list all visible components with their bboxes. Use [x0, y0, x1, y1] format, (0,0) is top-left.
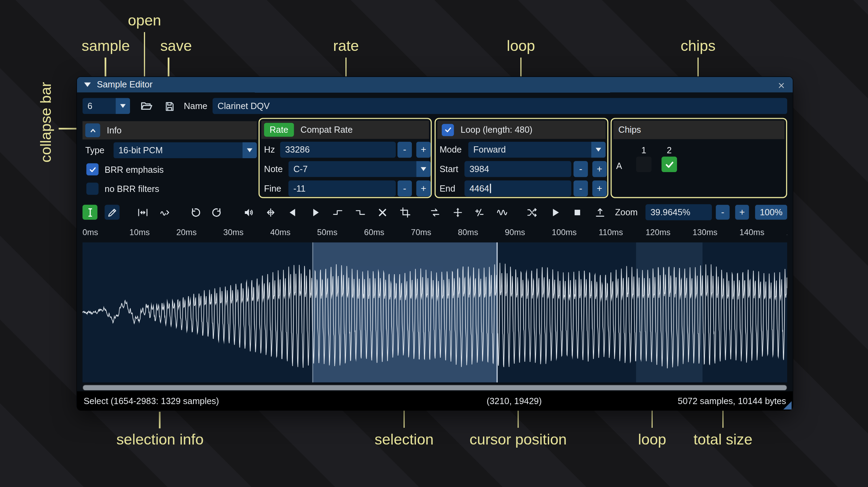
zoom-in-button[interactable]: +: [735, 205, 749, 220]
fine-plus-button[interactable]: +: [416, 180, 431, 196]
delete-button[interactable]: [375, 205, 390, 220]
annotation-cursor-position: cursor position: [469, 431, 567, 448]
delete-x-icon: [377, 207, 388, 218]
normalize-button[interactable]: [263, 205, 278, 220]
loop-end-plus-button[interactable]: +: [592, 180, 607, 196]
ruler-label: 140ms: [739, 227, 765, 237]
open-folder-icon: [140, 100, 153, 113]
rate-toggle-button[interactable]: Rate: [264, 123, 294, 137]
loop-end-minus-button[interactable]: -: [574, 180, 588, 196]
hz-field[interactable]: 33286: [280, 142, 396, 158]
no-brr-filters-checkbox[interactable]: [86, 183, 99, 195]
waveform-view[interactable]: [83, 242, 787, 382]
type-dropdown-button[interactable]: [243, 142, 257, 158]
selection-info-text: Select (1654-2983: 1329 samples): [84, 391, 219, 411]
loop-enable-checkbox[interactable]: [442, 124, 454, 136]
zoom-reset-button[interactable]: 100%: [755, 205, 787, 220]
scrollbar-thumb[interactable]: [83, 385, 786, 390]
type-label: Type: [85, 142, 105, 158]
annotation-collapse-bar: collapse bar: [38, 82, 55, 162]
name-input[interactable]: Clarinet DQV: [213, 98, 787, 114]
amplify-button[interactable]: [241, 205, 256, 220]
annotation-sample: sample: [82, 38, 130, 55]
redo-button[interactable]: [210, 205, 225, 220]
speaker-icon: [243, 207, 254, 218]
collapse-info-button[interactable]: [85, 123, 100, 137]
hz-plus-button[interactable]: +: [416, 142, 431, 158]
loop-start-field[interactable]: 3984: [464, 161, 571, 177]
reverse-button[interactable]: [427, 205, 442, 220]
info-panel: Info Type 16-bit PCM BRR emphasis no BRR…: [83, 121, 257, 197]
copy-to-wavetable-button[interactable]: [592, 205, 607, 220]
fade-out-button[interactable]: [308, 205, 323, 220]
zoom-field[interactable]: 39.9645%: [645, 204, 712, 220]
loop-start-minus-button[interactable]: -: [574, 161, 588, 177]
note-select[interactable]: C-7: [289, 161, 431, 177]
note-dropdown-button[interactable]: [416, 161, 431, 177]
stop-button[interactable]: [570, 205, 585, 220]
resample-button[interactable]: [157, 205, 172, 220]
chip-1-checkbox[interactable]: [636, 157, 651, 172]
chevron-down-icon: [596, 148, 601, 152]
annotation-line-total-size: [722, 411, 723, 428]
undo-button[interactable]: [187, 205, 202, 220]
annotation-selection: selection: [375, 431, 433, 448]
ruler-label: 20ms: [176, 227, 197, 237]
horizontal-scrollbar[interactable]: [83, 385, 787, 391]
text-cursor: [490, 184, 491, 193]
ruler-label: 130ms: [692, 227, 717, 237]
chevron-down-icon: [120, 104, 126, 108]
loop-end-field[interactable]: 4464: [464, 180, 571, 196]
loop-mode-dropdown-button[interactable]: [591, 142, 606, 158]
note-label: Note: [264, 161, 283, 177]
close-icon: [777, 81, 785, 90]
save-button[interactable]: [161, 98, 178, 115]
window-collapse-icon[interactable]: [84, 83, 91, 87]
resize-grip[interactable]: [783, 401, 792, 410]
name-label: Name: [184, 98, 207, 114]
annotation-chips: chips: [681, 38, 715, 55]
trim-button[interactable]: [398, 205, 413, 220]
fine-field[interactable]: -11: [289, 180, 396, 196]
brr-emphasis-checkbox[interactable]: [86, 163, 99, 176]
upload-icon: [594, 207, 605, 218]
insert-silence-button[interactable]: [330, 205, 345, 220]
info-header-label: Info: [107, 125, 122, 136]
annotation-line-cursor-position: [517, 411, 519, 428]
status-bar: Select (1654-2983: 1329 samples) (3210, …: [77, 391, 793, 411]
loop-end-label: End: [439, 180, 455, 196]
title-bar[interactable]: Sample Editor: [77, 77, 793, 92]
loop-mode-select[interactable]: Forward: [468, 142, 606, 158]
rate-header-label: Compat Rate: [300, 125, 353, 135]
zoom-out-button[interactable]: -: [716, 205, 730, 220]
resize-button[interactable]: [135, 205, 150, 220]
crossfade-button[interactable]: [524, 205, 539, 220]
open-button[interactable]: [138, 98, 155, 115]
window-title: Sample Editor: [97, 80, 153, 90]
chip-2-checkbox[interactable]: [661, 157, 677, 172]
chip-row-label: A: [616, 158, 622, 174]
annotated-screenshot: open sample save rate loop chips collaps…: [0, 0, 868, 487]
close-button[interactable]: [775, 79, 787, 91]
loop-start-plus-button[interactable]: +: [592, 161, 607, 177]
draw-tool-button[interactable]: [105, 205, 120, 220]
filter-button[interactable]: [494, 205, 509, 220]
hz-minus-button[interactable]: -: [398, 142, 412, 158]
fine-minus-button[interactable]: -: [398, 180, 412, 196]
ruler-label: 10ms: [129, 227, 149, 237]
sample-number-select[interactable]: 6: [83, 98, 130, 114]
sample-number-dropdown-button[interactable]: [116, 98, 130, 114]
waveform-canvas[interactable]: [83, 242, 787, 382]
fade-in-button[interactable]: [285, 205, 300, 220]
rate-header: Rate Compat Rate: [261, 121, 429, 139]
type-select[interactable]: 16-bit PCM: [114, 142, 257, 158]
rate-panel: Rate Compat Rate Hz 33286 - + Note C-7 F…: [259, 118, 432, 198]
preview-button[interactable]: [547, 205, 562, 220]
apply-silence-button[interactable]: [353, 205, 368, 220]
select-tool-button[interactable]: [83, 205, 98, 220]
sample-number-value: 6: [83, 98, 116, 114]
sign-invert-button[interactable]: [472, 205, 487, 220]
annotation-rate: rate: [333, 38, 359, 55]
invert-button[interactable]: [450, 205, 465, 220]
annotation-loop: loop: [507, 38, 535, 55]
